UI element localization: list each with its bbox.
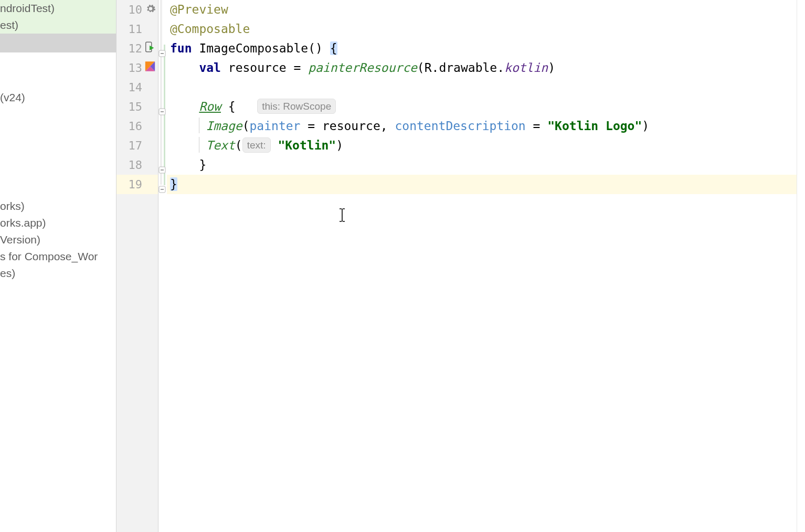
- line-number-text: 14: [129, 81, 143, 94]
- tree-item[interactable]: ndroidTest): [0, 0, 116, 17]
- text: =: [526, 119, 548, 133]
- line-number-text: 18: [129, 158, 143, 172]
- code-line[interactable]: val resource = painterResource(R.drawabl…: [167, 58, 805, 78]
- text: [271, 139, 278, 152]
- tree-item-selected[interactable]: [0, 34, 116, 52]
- project-tree[interactable]: ndroidTest) est) (v24) orks) orks.app) V…: [0, 0, 116, 532]
- line-number[interactable]: 15: [116, 97, 158, 116]
- text: ): [642, 119, 649, 133]
- tree-item[interactable]: est): [0, 17, 116, 34]
- line-number-text: 11: [129, 23, 143, 36]
- text: resource,: [322, 119, 395, 133]
- code-line[interactable]: Text(text: "Kotlin"): [167, 136, 805, 155]
- line-number-text: 12: [129, 42, 143, 55]
- line-number-text: 16: [129, 120, 143, 133]
- text: (: [417, 61, 425, 75]
- text: (): [308, 41, 323, 55]
- tree-label: orks): [0, 200, 25, 212]
- text: R.drawable.: [425, 61, 504, 75]
- fold-end-icon[interactable]: [158, 166, 166, 173]
- text: [236, 100, 258, 113]
- brace-match: {: [330, 41, 337, 55]
- tree-item[interactable]: orks.app): [0, 215, 116, 231]
- tree-item[interactable]: orks): [0, 198, 116, 215]
- line-number[interactable]: 10: [116, 0, 158, 19]
- keyword: val: [199, 61, 221, 75]
- tree-item[interactable]: (v24): [0, 89, 116, 106]
- inlay-hint: text:: [242, 137, 271, 153]
- inlay-hint: this: RowScope: [257, 99, 336, 114]
- annotation: @Composable: [170, 22, 250, 36]
- fold-end-icon[interactable]: [158, 185, 166, 193]
- line-number[interactable]: 13: [116, 58, 158, 78]
- keyword: fun: [170, 41, 192, 55]
- named-param: painter: [250, 119, 301, 133]
- code-line[interactable]: Row { this: RowScope: [167, 97, 805, 116]
- line-number[interactable]: 18: [116, 155, 158, 175]
- line-number-text: 15: [129, 100, 143, 113]
- line-number[interactable]: 16: [116, 116, 158, 136]
- text: (: [235, 139, 242, 152]
- code-line-current[interactable]: }: [167, 175, 805, 194]
- indent: [170, 139, 199, 152]
- tree-label: (v24): [0, 91, 25, 103]
- line-number[interactable]: 19: [116, 175, 158, 194]
- line-number-text: 10: [129, 3, 143, 16]
- code-editor[interactable]: @Preview @Composable fun ImageComposable…: [167, 0, 805, 532]
- line-number[interactable]: 14: [116, 78, 158, 97]
- text: [323, 41, 330, 55]
- tree-label: est): [0, 19, 18, 31]
- text: =: [287, 61, 309, 75]
- named-param: contentDescription: [395, 119, 525, 133]
- indent: [170, 61, 199, 75]
- kotlin-icon[interactable]: [144, 58, 156, 78]
- function-call: Text: [206, 139, 235, 152]
- text: ): [336, 139, 343, 152]
- text: =: [300, 119, 322, 133]
- string-literal: "Kotlin": [278, 139, 336, 152]
- tree-label: ndroidTest): [0, 2, 55, 14]
- fold-column[interactable]: [158, 0, 167, 532]
- tree-label: orks.app): [0, 217, 46, 229]
- fold-toggle-icon[interactable]: [158, 108, 166, 115]
- line-number-text: 17: [129, 139, 143, 152]
- indent: [170, 119, 199, 133]
- line-number[interactable]: 11: [116, 19, 158, 39]
- tree-label: es): [0, 267, 15, 279]
- tree-item[interactable]: Version): [0, 231, 116, 248]
- function-call: painterResource: [308, 61, 417, 75]
- indent: [170, 158, 199, 172]
- brace-match: }: [170, 177, 177, 191]
- tree-label: Version): [0, 233, 40, 246]
- indent: [170, 100, 199, 113]
- line-number-text: 13: [129, 61, 143, 75]
- code-line[interactable]: }: [167, 155, 805, 175]
- tree-item[interactable]: s for Compose_Wor: [0, 248, 116, 265]
- gear-icon[interactable]: [145, 0, 156, 19]
- line-number[interactable]: 12: [116, 39, 158, 58]
- fold-toggle-icon[interactable]: [158, 49, 166, 57]
- line-number[interactable]: 17: [116, 136, 158, 155]
- error-stripe[interactable]: [797, 0, 805, 532]
- code-line[interactable]: fun ImageComposable() {: [167, 39, 805, 58]
- identifier: resource: [228, 61, 287, 75]
- code-line[interactable]: Image(painter = resource, contentDescrip…: [167, 116, 805, 136]
- tree-item[interactable]: es): [0, 265, 116, 282]
- text: {: [221, 100, 236, 113]
- run-icon[interactable]: [144, 39, 156, 58]
- property: kotlin: [504, 61, 548, 75]
- code-line[interactable]: @Composable: [167, 19, 805, 39]
- text: [192, 41, 199, 55]
- brace: }: [199, 158, 206, 172]
- indent-guide: [199, 118, 199, 133]
- code-line[interactable]: @Preview: [167, 0, 805, 19]
- text-cursor-icon: [337, 208, 347, 228]
- code-line[interactable]: [167, 78, 805, 97]
- line-number-gutter[interactable]: 10 11 12 13 14 15 16 17 18 19: [116, 0, 158, 532]
- text: (: [242, 119, 250, 133]
- function-call: Row: [199, 100, 221, 113]
- text: ): [548, 61, 555, 75]
- tree-label: s for Compose_Wor: [0, 250, 98, 262]
- function-call: Image: [206, 119, 242, 133]
- function-name: ImageComposable: [199, 41, 308, 55]
